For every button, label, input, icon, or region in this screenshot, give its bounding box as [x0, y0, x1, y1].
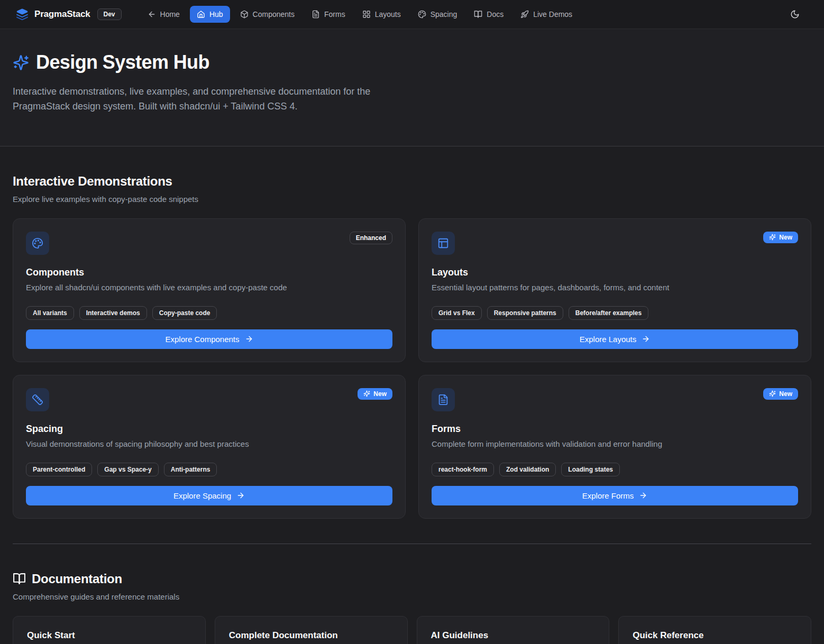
status-badge: Enhanced	[350, 232, 392, 244]
status-badge-label: New	[373, 390, 387, 398]
layers-icon	[16, 8, 29, 21]
tag-badge: All variants	[26, 306, 74, 320]
primary-nav: HomeHubComponentsFormsLayoutsSpacingDocs…	[141, 6, 768, 23]
docs-section: Documentation Comprehensive guides and r…	[13, 572, 811, 644]
tag-badge: Copy-paste code	[152, 306, 217, 320]
rocket-icon	[520, 10, 529, 19]
panels-top-left-icon	[437, 237, 449, 249]
tag-badge: Anti-patterns	[164, 463, 217, 476]
palette-icon	[418, 10, 426, 19]
moon-icon	[790, 10, 800, 19]
package-icon	[240, 10, 249, 19]
palette-icon	[32, 237, 43, 249]
status-badge-label: New	[779, 234, 792, 241]
doc-card-title: AI Guidelines	[431, 630, 596, 641]
status-badge-label: Enhanced	[356, 234, 386, 242]
demo-card-grid: EnhancedComponentsExplore all shadcn/ui …	[13, 218, 811, 519]
card-tags: All variantsInteractive demosCopy-paste …	[26, 306, 392, 320]
card-icon-tile	[26, 232, 49, 255]
card-icon-tile	[432, 232, 455, 255]
card-description: Explore all shadcn/ui components with li…	[26, 283, 392, 292]
nav-item-components[interactable]: Components	[233, 6, 301, 23]
nav-item-label: Home	[160, 10, 180, 19]
card-description: Complete form implementations with valid…	[432, 439, 798, 448]
nav-item-spacing[interactable]: Spacing	[411, 6, 464, 23]
explore-components-button[interactable]: Explore Components	[26, 329, 392, 349]
tag-badge: Gap vs Space-y	[97, 463, 158, 476]
brand-link[interactable]: PragmaStack Dev	[16, 8, 122, 21]
card-description: Visual demonstrations of spacing philoso…	[26, 439, 392, 448]
nav-item-hub[interactable]: Hub	[190, 6, 230, 23]
doc-card-grid: Quick Start5-minute crash courseComplete…	[13, 616, 811, 644]
nav-item-label: Components	[253, 10, 295, 19]
file-text-icon	[437, 394, 449, 406]
section-divider	[13, 544, 811, 544]
status-badge-label: New	[779, 390, 792, 398]
card-description: Essential layout patterns for pages, das…	[432, 283, 798, 292]
doc-card-quick-start[interactable]: Quick Start5-minute crash course	[13, 616, 206, 644]
arrow-right-icon	[642, 335, 650, 343]
nav-item-docs[interactable]: Docs	[467, 6, 510, 23]
nav-item-label: Live Demos	[533, 10, 572, 19]
arrow-left-icon	[148, 10, 156, 19]
book-open-icon	[13, 572, 26, 585]
nav-item-live-demos[interactable]: Live Demos	[514, 6, 579, 23]
demo-card-forms: NewFormsComplete form implementations wi…	[418, 375, 811, 519]
tag-badge: Interactive demos	[79, 306, 147, 320]
demo-card-spacing: NewSpacingVisual demonstrations of spaci…	[13, 375, 406, 519]
arrow-right-icon	[236, 491, 245, 500]
ruler-icon	[32, 394, 43, 406]
docs-heading: Documentation	[13, 572, 811, 586]
card-tags: react-hook-formZod validationLoading sta…	[432, 463, 798, 476]
nav-item-forms[interactable]: Forms	[305, 6, 352, 23]
explore-layouts-button[interactable]: Explore Layouts	[432, 329, 798, 349]
file-text-icon	[312, 10, 320, 19]
nav-item-label: Spacing	[431, 10, 457, 19]
nav-item-label: Docs	[487, 10, 503, 19]
tag-badge: react-hook-form	[432, 463, 494, 476]
nav-item-label: Forms	[324, 10, 345, 19]
doc-card-complete-documentation[interactable]: Complete DocumentationFull design system…	[215, 616, 408, 644]
brand-name: PragmaStack	[34, 9, 90, 20]
status-badge: New	[763, 388, 798, 400]
doc-card-title: Quick Start	[27, 630, 191, 641]
main-content: Interactive Demonstrations Explore live …	[0, 174, 824, 644]
hero-description: Interactive demonstrations, live example…	[13, 85, 403, 114]
nav-item-layouts[interactable]: Layouts	[355, 6, 408, 23]
doc-card-title: Quick Reference	[633, 630, 797, 641]
tag-badge: Before/after examples	[569, 306, 648, 320]
top-nav: PragmaStack Dev HomeHubComponentsFormsLa…	[0, 0, 824, 29]
layout-grid-icon	[362, 10, 371, 19]
nav-item-home[interactable]: Home	[141, 6, 187, 23]
dev-badge: Dev	[97, 8, 122, 20]
card-icon-tile	[432, 388, 455, 411]
hero-section: Design System Hub Interactive demonstrat…	[0, 29, 824, 146]
status-badge: New	[763, 232, 798, 243]
card-tags: Grid vs FlexResponsive patternsBefore/af…	[432, 306, 798, 320]
arrow-right-icon	[245, 335, 253, 343]
tag-badge: Zod validation	[499, 463, 556, 476]
arrow-right-icon	[639, 491, 647, 500]
card-icon-tile	[26, 388, 49, 411]
demo-card-components: EnhancedComponentsExplore all shadcn/ui …	[13, 218, 406, 362]
nav-item-label: Hub	[209, 10, 223, 19]
doc-card-ai-guidelines[interactable]: AI GuidelinesRules for AI code generatio…	[417, 616, 610, 644]
card-title: Layouts	[432, 267, 798, 278]
cta-label: Explore Spacing	[173, 491, 231, 500]
book-open-icon	[474, 10, 482, 19]
tag-badge: Parent-controlled	[26, 463, 92, 476]
sparkles-icon	[769, 234, 776, 241]
docs-subheading: Comprehensive guides and reference mater…	[13, 592, 811, 601]
theme-toggle-button[interactable]	[787, 6, 803, 22]
tag-badge: Grid vs Flex	[432, 306, 482, 320]
house-icon	[197, 10, 205, 19]
cta-label: Explore Layouts	[580, 335, 637, 344]
docs-heading-label: Documentation	[32, 572, 122, 586]
doc-card-quick-reference[interactable]: Quick ReferenceCheat sheet for lookups	[618, 616, 811, 644]
sparkles-icon	[769, 390, 776, 397]
demos-heading: Interactive Demonstrations	[13, 174, 811, 189]
explore-forms-button[interactable]: Explore Forms	[432, 486, 798, 505]
sparkles-icon	[13, 54, 29, 71]
explore-spacing-button[interactable]: Explore Spacing	[26, 486, 392, 505]
status-badge: New	[358, 388, 392, 400]
